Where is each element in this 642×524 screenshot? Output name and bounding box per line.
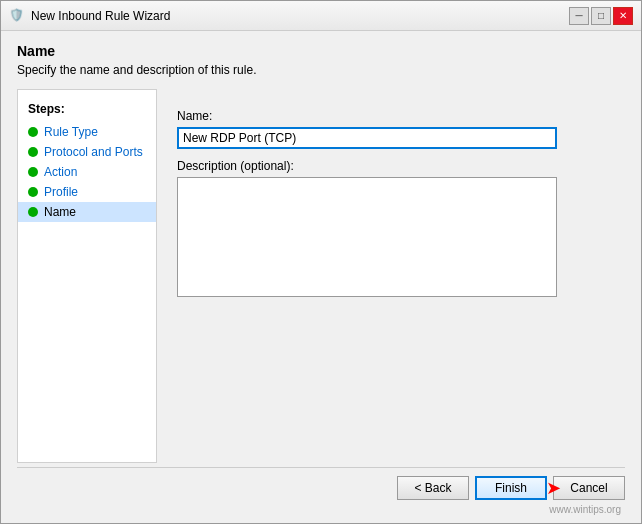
- sidebar-item-label-action: Action: [44, 165, 77, 179]
- name-field-group: Name:: [177, 109, 605, 149]
- step-dot-rule-type: [28, 127, 38, 137]
- main-panel: Name: Description (optional):: [157, 89, 625, 463]
- name-input[interactable]: [177, 127, 557, 149]
- finish-button-wrapper: Finish ➤: [475, 476, 547, 500]
- step-dot-name: [28, 207, 38, 217]
- minimize-button[interactable]: ─: [569, 7, 589, 25]
- sidebar-item-label-profile: Profile: [44, 185, 78, 199]
- description-field-group: Description (optional):: [177, 159, 605, 297]
- steps-panel: Steps: Rule Type Protocol and Ports Acti…: [17, 89, 157, 463]
- button-bar: < Back Finish ➤ Cancel: [17, 467, 625, 504]
- title-bar-left: 🛡️ New Inbound Rule Wizard: [9, 8, 170, 24]
- description-textarea[interactable]: [177, 177, 557, 297]
- sidebar-item-protocol-ports[interactable]: Protocol and Ports: [18, 142, 156, 162]
- window-title: New Inbound Rule Wizard: [31, 9, 170, 23]
- steps-label: Steps:: [18, 98, 156, 122]
- content-area: Steps: Rule Type Protocol and Ports Acti…: [17, 89, 625, 463]
- title-bar: 🛡️ New Inbound Rule Wizard ─ □ ✕: [1, 1, 641, 31]
- step-dot-protocol-ports: [28, 147, 38, 157]
- window-icon: 🛡️: [9, 8, 25, 24]
- close-button[interactable]: ✕: [613, 7, 633, 25]
- sidebar-item-rule-type[interactable]: Rule Type: [18, 122, 156, 142]
- sidebar-item-label-rule-type: Rule Type: [44, 125, 98, 139]
- back-button[interactable]: < Back: [397, 476, 469, 500]
- page-description: Specify the name and description of this…: [17, 63, 625, 77]
- window-body: Name Specify the name and description of…: [1, 31, 641, 523]
- sidebar-item-profile[interactable]: Profile: [18, 182, 156, 202]
- name-label: Name:: [177, 109, 605, 123]
- sidebar-item-label-protocol-ports: Protocol and Ports: [44, 145, 143, 159]
- step-dot-action: [28, 167, 38, 177]
- description-label: Description (optional):: [177, 159, 605, 173]
- step-dot-profile: [28, 187, 38, 197]
- sidebar-item-name[interactable]: Name: [18, 202, 156, 222]
- wizard-window: 🛡️ New Inbound Rule Wizard ─ □ ✕ Name Sp…: [0, 0, 642, 524]
- sidebar-item-action[interactable]: Action: [18, 162, 156, 182]
- page-title: Name: [17, 43, 625, 59]
- sidebar-item-label-name: Name: [44, 205, 76, 219]
- watermark: www.wintips.org: [17, 504, 625, 515]
- cancel-button[interactable]: Cancel: [553, 476, 625, 500]
- maximize-button[interactable]: □: [591, 7, 611, 25]
- title-controls: ─ □ ✕: [569, 7, 633, 25]
- finish-button[interactable]: Finish: [475, 476, 547, 500]
